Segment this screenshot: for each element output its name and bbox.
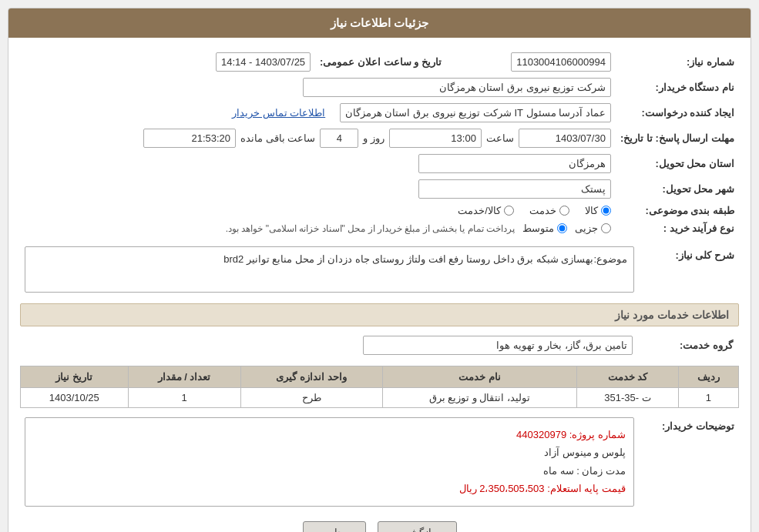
province-label: استان محل تحویل: xyxy=(616,151,739,176)
answer-time-label: ساعت xyxy=(486,132,514,144)
project-label: شماره پروژه: xyxy=(569,429,626,440)
category-option-khedmat[interactable]: خدمت xyxy=(529,205,569,216)
announce-datetime-value: 1403/07/25 - 14:14 xyxy=(216,52,311,72)
price-value: 2،350،505،503 xyxy=(479,483,544,494)
need-desc-label: شرح کلی نیاز: xyxy=(639,243,739,296)
buyer-name-value: شرکت توزیع نیروی برق استان هرمزگان xyxy=(303,78,611,97)
col-header-qty: تعداد / مقدار xyxy=(128,366,240,388)
process-option-motavaset[interactable]: متوسط xyxy=(522,223,567,234)
answer-deadline-label: مهلت ارسال پاسخ: تا تاریخ: xyxy=(616,125,739,151)
category-option-kala-khedmat[interactable]: کالا/خدمت xyxy=(458,205,514,216)
table-row: 1 ت -35-351 تولید، انتقال و توزیع برق طر… xyxy=(21,388,739,408)
answer-remaining: 21:53:20 xyxy=(143,129,236,148)
col-header-code: کد خدمت xyxy=(577,366,679,388)
contact-link[interactable]: اطلاعات تماس خریدار xyxy=(232,107,325,119)
need-number-label: شماره نیاز: xyxy=(616,49,739,75)
price-label: قیمت پایه استعلام: xyxy=(547,483,626,494)
services-section-title: اطلاعات خدمات مورد نیاز xyxy=(20,303,739,326)
col-header-row: ردیف xyxy=(678,366,738,388)
col-header-unit: واحد اندازه گیری xyxy=(240,366,382,388)
buyer-desc-line2: پلوس و مینوس آزاد xyxy=(544,447,626,458)
category-option-kala[interactable]: کالا xyxy=(585,205,611,216)
buyer-name-label: نام دستگاه خریدار: xyxy=(616,75,739,100)
services-table: ردیف کد خدمت نام خدمت واحد اندازه گیری ت… xyxy=(20,366,739,408)
need-number-value: 1103004106000994 xyxy=(511,52,611,72)
duration-label: مدت زمان : xyxy=(576,465,626,477)
price-unit: ریال xyxy=(459,483,477,494)
need-desc-value: موضوع:بهسازی شبکه برق داخل روستا رفع افت… xyxy=(25,246,634,293)
process-label: نوع فرآیند خرید : xyxy=(616,219,739,237)
buyer-desc-label: توضیحات خریدار: xyxy=(639,414,739,510)
cell-unit: طرح xyxy=(240,388,382,408)
cell-row: 1 xyxy=(678,388,738,408)
answer-date: 1403/07/30 xyxy=(519,129,611,148)
creator-label: ایجاد کننده درخواست: xyxy=(616,100,739,125)
process-option-jazei[interactable]: جزیی xyxy=(575,223,611,234)
col-header-name: نام خدمت xyxy=(382,366,576,388)
page-title: جزئیات اطلاعات نیاز xyxy=(8,8,751,38)
cell-date: 1403/10/25 xyxy=(21,388,129,408)
buyer-desc-box: شماره پروژه: 440320979 پلوس و مینوس آزاد… xyxy=(25,417,634,507)
service-group-value: تامین برق، گاز، بخار و تهویه هوا xyxy=(363,336,633,355)
city-value: پستک xyxy=(418,179,611,199)
answer-time: 13:00 xyxy=(389,129,482,148)
answer-remaining-label: ساعت باقی مانده xyxy=(240,132,315,144)
announce-datetime-label: تاریخ و ساعت اعلان عمومی: xyxy=(315,49,446,75)
button-row: بازگشت چاپ xyxy=(20,521,739,532)
creator-value: عماد آدرسا مسئول IT شرکت توزیع نیروی برق… xyxy=(340,103,611,122)
cell-qty: 1 xyxy=(128,388,240,408)
province-value: هرمزگان xyxy=(418,154,611,173)
process-note: پرداخت تمام یا بخشی از مبلغ خریدار از مح… xyxy=(226,223,515,234)
print-button[interactable]: چاپ xyxy=(303,521,366,532)
cell-code: ت -35-351 xyxy=(577,388,679,408)
answer-days-label: روز و xyxy=(363,132,385,144)
project-number: 440320979 xyxy=(516,429,566,440)
col-header-date: تاریخ نیاز xyxy=(21,366,129,388)
duration-value: سه ماه xyxy=(543,465,574,477)
answer-days: 4 xyxy=(320,129,358,148)
city-label: شهر محل تحویل: xyxy=(616,176,739,202)
service-group-label: گروه خدمت: xyxy=(639,333,739,358)
cell-name: تولید، انتقال و توزیع برق xyxy=(382,388,576,408)
category-label: طبقه بندی موضوعی: xyxy=(616,202,739,219)
back-button[interactable]: بازگشت xyxy=(378,521,457,532)
